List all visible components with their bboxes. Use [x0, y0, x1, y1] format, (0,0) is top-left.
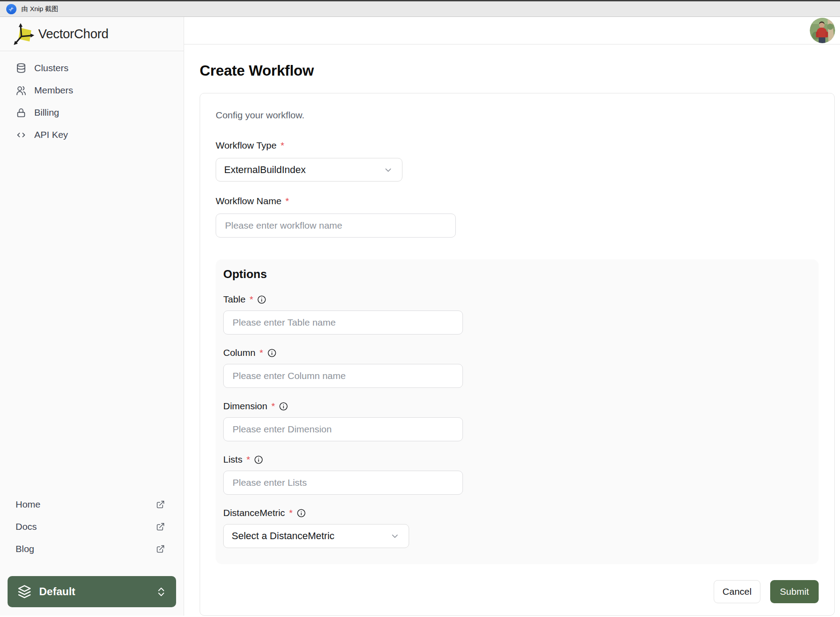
distance-metric-label: DistanceMetric* [223, 508, 306, 518]
table-input[interactable] [223, 311, 463, 335]
sidebar-link-docs[interactable]: Docs [0, 516, 184, 538]
sidebar: VectorChord Clusters Members [0, 17, 184, 616]
external-link-icon [156, 522, 165, 532]
dimension-label: Dimension* [223, 401, 288, 411]
sidebar-item-label: API Key [34, 129, 68, 140]
lock-icon [16, 107, 27, 118]
page-title: Create Workflow [200, 62, 840, 79]
info-icon[interactable] [257, 295, 266, 304]
chevron-down-icon [390, 531, 400, 541]
distance-metric-value: Select a DistanceMetric [232, 530, 334, 542]
sidebar-link-label: Docs [16, 521, 37, 532]
column-label: Column* [223, 347, 277, 358]
workflow-type-label: Workflow Type* [216, 140, 819, 151]
users-icon [16, 85, 27, 96]
code-icon [16, 129, 27, 141]
lists-field-group: Lists* [223, 454, 811, 495]
info-icon[interactable] [267, 348, 277, 358]
sidebar-link-label: Blog [16, 544, 34, 554]
chevron-down-icon [383, 165, 393, 175]
info-icon[interactable] [297, 508, 306, 518]
brand-name: VectorChord [38, 27, 109, 41]
sidebar-item-billing[interactable]: Billing [0, 101, 184, 124]
column-field-group: Column* [223, 347, 811, 388]
external-link-icon [156, 500, 165, 509]
required-marker: * [249, 294, 253, 305]
project-switcher-label: Default [39, 585, 155, 598]
layers-icon [17, 584, 32, 599]
sidebar-item-api-key[interactable]: API Key [0, 124, 184, 146]
user-avatar[interactable] [810, 18, 835, 43]
workflow-form-card: Config your workflow. Workflow Type* Ext… [200, 93, 835, 616]
options-section: Options Table* Column* [216, 259, 819, 564]
main-header [184, 17, 840, 44]
main-area: Create Workflow Config your workflow. Wo… [184, 17, 840, 616]
options-title: Options [223, 267, 811, 281]
sidebar-item-label: Billing [34, 107, 59, 118]
cancel-button[interactable]: Cancel [714, 580, 760, 603]
vectorchord-logo-icon [13, 22, 35, 45]
chevrons-up-down-icon [155, 586, 167, 598]
sidebar-header: VectorChord [0, 17, 184, 51]
table-field-group: Table* [223, 294, 811, 335]
brand-logo: VectorChord [13, 22, 109, 45]
dimension-input[interactable] [223, 417, 463, 441]
workflow-name-input[interactable] [216, 214, 456, 238]
submit-button[interactable]: Submit [770, 580, 819, 603]
required-marker: * [271, 401, 275, 411]
database-icon [16, 63, 27, 74]
lists-label: Lists* [223, 454, 263, 465]
dimension-field-group: Dimension* [223, 401, 811, 441]
project-switcher-default[interactable]: Default [8, 576, 176, 607]
info-icon[interactable] [254, 455, 263, 464]
sidebar-item-label: Members [34, 85, 73, 96]
required-marker: * [289, 508, 293, 518]
form-description: Config your workflow. [216, 110, 819, 121]
column-input[interactable] [223, 364, 463, 388]
sidebar-item-clusters[interactable]: Clusters [0, 57, 184, 79]
avatar-photo [810, 18, 835, 43]
watermark-bar: ✂ 由 Xnip 截图 [0, 0, 840, 17]
form-actions: Cancel Submit [216, 580, 819, 603]
workflow-type-select[interactable]: ExternalBuildIndex [216, 158, 402, 181]
info-icon[interactable] [279, 402, 288, 411]
sidebar-nav: Clusters Members Billing [0, 51, 184, 493]
distance-metric-select[interactable]: Select a DistanceMetric [223, 524, 409, 548]
page-content: Create Workflow Config your workflow. Wo… [184, 44, 840, 616]
sidebar-link-blog[interactable]: Blog [0, 538, 184, 560]
workflow-type-value: ExternalBuildIndex [224, 164, 305, 176]
required-marker: * [259, 347, 263, 358]
lists-input[interactable] [223, 471, 463, 495]
sidebar-item-members[interactable]: Members [0, 79, 184, 101]
sidebar-item-label: Clusters [34, 63, 68, 73]
scissors-icon: ✂ [6, 4, 16, 14]
sidebar-link-home[interactable]: Home [0, 493, 184, 516]
table-label: Table* [223, 294, 266, 305]
workflow-name-label: Workflow Name* [216, 196, 819, 206]
sidebar-link-label: Home [16, 499, 40, 510]
required-marker: * [246, 454, 250, 465]
watermark-text: 由 Xnip 截图 [21, 5, 58, 13]
required-marker: * [285, 196, 289, 206]
external-link-icon [156, 544, 165, 554]
sidebar-external-links: Home Docs Blog [0, 493, 184, 560]
distance-metric-field-group: DistanceMetric* Select a DistanceMetric [223, 508, 811, 548]
required-marker: * [281, 140, 284, 151]
